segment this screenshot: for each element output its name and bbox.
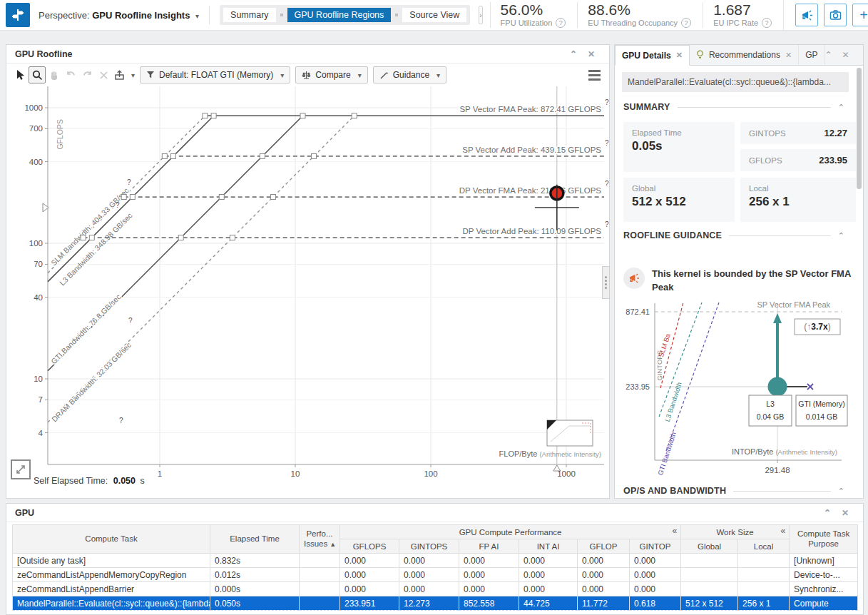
close-tab-icon[interactable]: ✕ [785, 51, 792, 60]
close-panel-icon[interactable]: ✕ [842, 51, 849, 59]
column-header[interactable]: GFLOPS [340, 539, 399, 554]
pan-hand-icon[interactable] [46, 67, 62, 83]
svg-text:400: 400 [29, 158, 43, 166]
tab-gp[interactable]: GP [799, 45, 824, 65]
collapse-panel-icon[interactable]: ⌃ [825, 51, 832, 59]
intel-advisor-logo-icon [6, 3, 30, 27]
view-tab-gpu-roofline-regions[interactable]: GPU Roofline Regions [287, 8, 392, 22]
snapshot-camera-button[interactable] [824, 4, 847, 26]
collapse-section-icon[interactable]: ⌃ [838, 231, 844, 240]
column-header[interactable]: Global [681, 539, 738, 554]
y-axis-label: GFLOPS [56, 119, 64, 150]
sort-asc-icon: ▲ [330, 541, 336, 548]
collapse-section-icon[interactable]: ⌃ [838, 487, 844, 496]
table-row[interactable]: zeCommandListAppendMemoryCopyRegion0.012… [13, 568, 858, 582]
svg-text:L3 Bandwidth: L3 Bandwidth [663, 381, 683, 422]
view-tab-summary[interactable]: Summary [223, 8, 275, 22]
view-tab-source-view[interactable]: Source View [402, 8, 466, 22]
chevron-down-icon: ▾ [358, 71, 362, 79]
compare-dropdown-button[interactable]: Compare ▾ [295, 66, 367, 83]
column-header[interactable]: Compute Task Purpose [790, 525, 858, 554]
svg-text:GTI Bandwidth: GTI Bandwidth [656, 431, 678, 476]
guidance-label: Guidance [393, 70, 429, 80]
table-row[interactable]: zeCommandListAppendBarrier0.000s0.0000.0… [13, 582, 858, 596]
details-tab-bar: GPU Details✕Recommendations✕GP⌃✕ [615, 45, 863, 66]
perspective-selector[interactable]: Perspective: GPU Roofline Insights ▾ [39, 10, 199, 21]
chevron-down-icon: ▾ [280, 71, 284, 79]
expand-chart-icon[interactable] [11, 459, 31, 479]
chart-minimap [547, 420, 593, 446]
add-plus-button[interactable]: + [852, 4, 868, 26]
close-panel-icon[interactable]: ✕ [842, 509, 849, 517]
splitter-handle[interactable] [602, 266, 610, 299]
guidance-dropdown-button[interactable]: Guidance ▾ [373, 66, 446, 83]
ops-section-header: OP/S AND BANDWIDTH ⌃ [623, 486, 844, 496]
svg-text:0.04 GB: 0.04 GB [757, 412, 785, 421]
metric-eu-threading-occupancy: 88.6%EU Threading Occupancy? [577, 2, 703, 28]
svg-text:10: 10 [34, 375, 43, 383]
guidance-mini-chart: SP Vector FMA Peak872.41233.95GINTOPSSLM… [616, 298, 857, 482]
zoom-tool-icon[interactable] [29, 66, 46, 83]
tab-gpu-details[interactable]: GPU Details✕ [615, 45, 690, 66]
gpu-table-panel: GPU ⌃ ✕ Compute TaskElapsed TimePerfo...… [6, 503, 864, 615]
tab-recommendations[interactable]: Recommendations✕ [690, 45, 799, 65]
details-scrollbar[interactable] [857, 68, 862, 494]
redo-icon[interactable] [79, 67, 95, 83]
column-header[interactable]: GINTOPS [399, 539, 459, 554]
collapse-panel-icon[interactable]: ⌃ [570, 51, 577, 58]
expand-metrics-button[interactable]: › [479, 6, 482, 24]
help-icon[interactable]: ? [762, 18, 772, 28]
svg-text:100: 100 [29, 239, 43, 248]
compute-task-table: Compute TaskElapsed TimePerfo... Issues▲… [12, 524, 858, 611]
guidance-message: This kernel is bounded by the SP Vector … [623, 268, 852, 295]
ops-cards: GINTOPS 12.27 GFLOPS 233.95 [740, 122, 856, 172]
column-header[interactable]: Elapsed Time [210, 525, 300, 554]
column-header[interactable]: GINTOP [630, 539, 681, 554]
collapse-section-icon[interactable]: ⌃ [838, 103, 844, 112]
gintops-card: GINTOPS 12.27 [740, 122, 856, 144]
feedback-megaphone-button[interactable] [795, 4, 818, 26]
global-size-card: Global 512 x 512 [623, 178, 735, 222]
collapse-columns-icon[interactable]: « [780, 526, 785, 536]
roofline-panel-title: GPU Roofline [15, 49, 73, 59]
close-panel-icon[interactable]: ✕ [588, 51, 595, 58]
table-row[interactable]: [Outside any task]0.832s0.0000.0000.0000… [13, 554, 858, 568]
self-elapsed-time: Self Elapsed Time: 0.050 s [34, 476, 145, 486]
chart-menu-icon[interactable] [588, 70, 601, 81]
gpu-roofline-panel: GPU Roofline ⌃ ✕ ▾ Default: FLOAT GTI (M… [6, 44, 610, 499]
svg-text:100: 100 [424, 469, 437, 478]
undo-icon[interactable] [63, 67, 78, 83]
collapse-columns-icon[interactable]: « [672, 526, 677, 536]
export-dropdown-caret[interactable]: ▾ [131, 71, 135, 79]
metrics-strip: 56.0%FPU Utilization?88.6%EU Threading O… [490, 2, 783, 28]
column-header[interactable]: INT AI [519, 539, 578, 554]
column-header[interactable]: Perfo... Issues▲ [300, 525, 340, 554]
column-header[interactable]: Local [738, 539, 790, 554]
filter-dropdown-button[interactable]: Default: FLOAT GTI (Memory) ▾ [140, 66, 290, 83]
select-cursor-icon[interactable] [12, 67, 28, 83]
roofline-chart[interactable]: 1000700400100704010741101001000SLM Bandw… [7, 85, 609, 484]
column-header[interactable]: Compute Task [13, 525, 210, 554]
megaphone-icon [623, 268, 645, 289]
column-header[interactable]: GFLOP [578, 539, 630, 554]
help-icon[interactable]: ? [556, 18, 566, 28]
help-icon[interactable]: ? [681, 18, 691, 28]
peak-label: SP Vector FMA Peak [757, 300, 830, 309]
svg-text:(↑3.7x): (↑3.7x) [804, 322, 830, 332]
svg-text:0.014 GB: 0.014 GB [806, 412, 837, 421]
roofline-panel-header: GPU Roofline ⌃ ✕ [6, 45, 609, 63]
close-tab-icon[interactable]: ✕ [676, 51, 683, 60]
kernel-name: MandelParallel::Evaluate(cl::sycl::queue… [622, 72, 849, 92]
svg-text:4: 4 [39, 429, 44, 437]
export-chart-icon[interactable] [112, 67, 128, 83]
table-row[interactable]: MandelParallel::Evaluate(cl::sycl::queue… [13, 596, 858, 611]
svg-text:1000: 1000 [557, 469, 576, 478]
roofline-label: SP Vector Add Peak: 439.15 GFLOPS [462, 146, 601, 154]
guidance-section-header: ROOFLINE GUIDANCE ⌃ [623, 230, 844, 240]
cancel-zoom-icon[interactable] [96, 67, 111, 83]
bandwidth-label: GTI Bandwidth: 76.8 GB/sec [49, 293, 123, 366]
collapse-panel-icon[interactable]: ⌃ [824, 509, 831, 517]
bulb-icon [696, 50, 704, 60]
memory-traffic-box: GTI (Memory)0.014 GB [796, 395, 847, 426]
column-header[interactable]: FP AI [459, 539, 519, 554]
